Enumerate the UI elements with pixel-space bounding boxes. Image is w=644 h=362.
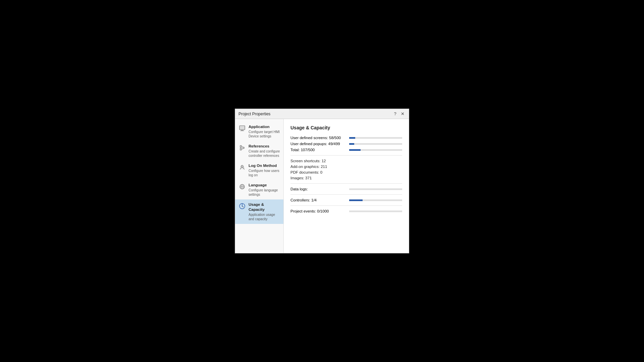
popups-progress-track bbox=[349, 143, 402, 145]
sidebar-item-title-application: Application bbox=[249, 124, 280, 129]
svg-rect-8 bbox=[243, 147, 244, 148]
sidebar-item-desc-references: Create and configure controller referenc… bbox=[249, 149, 280, 158]
total-row: Total: 107/500 bbox=[290, 148, 402, 152]
sidebar-item-title-logon: Log On Method bbox=[249, 163, 280, 168]
divider-1 bbox=[290, 155, 402, 156]
content-area: Usage & Capacity User defined screens: 5… bbox=[284, 119, 409, 253]
svg-rect-2 bbox=[240, 131, 244, 131]
sidebar-item-title-references: References bbox=[249, 144, 280, 149]
controllers-progress-track bbox=[349, 199, 402, 201]
sidebar-text-usage: Usage & Capacity Application usage and c… bbox=[249, 202, 280, 221]
svg-rect-0 bbox=[239, 126, 245, 130]
references-icon bbox=[238, 144, 246, 152]
sidebar-item-application[interactable]: Application Configure target HMI Device … bbox=[235, 122, 283, 141]
sidebar-item-desc-language: Configure language settings bbox=[249, 188, 280, 197]
language-icon bbox=[238, 183, 246, 190]
titlebar-buttons: ? ✕ bbox=[392, 111, 406, 117]
popups-label: User defined popups: 49/499 bbox=[290, 142, 349, 146]
svg-point-9 bbox=[241, 165, 243, 167]
sidebar: Application Configure target HMI Device … bbox=[235, 119, 284, 253]
project-events-progress-track bbox=[349, 210, 402, 212]
datalogs-progress-track bbox=[349, 188, 402, 190]
help-button[interactable]: ? bbox=[392, 111, 398, 117]
stat-pdf-documents: PDF documents: 0 bbox=[290, 170, 402, 174]
svg-rect-3 bbox=[240, 145, 241, 147]
application-icon bbox=[238, 125, 246, 132]
sidebar-item-title-usage: Usage & Capacity bbox=[249, 202, 280, 212]
total-progress-fill bbox=[349, 149, 361, 151]
total-progress-track bbox=[349, 149, 402, 151]
svg-rect-4 bbox=[240, 148, 241, 150]
sidebar-item-logon[interactable]: Log On Method Configure how users log on bbox=[235, 161, 283, 180]
screens-row: User defined screens: 58/500 bbox=[290, 136, 402, 140]
screens-progress-fill bbox=[349, 137, 355, 139]
divider-4 bbox=[290, 205, 402, 206]
sidebar-item-desc-usage: Application usage and capacity bbox=[249, 213, 280, 221]
svg-point-15 bbox=[242, 206, 243, 206]
stat-images: Images: 371 bbox=[290, 176, 402, 180]
screens-progress-track bbox=[349, 137, 402, 139]
sidebar-item-desc-logon: Configure how users log on bbox=[249, 169, 280, 177]
sidebar-text-references: References Create and configure controll… bbox=[249, 144, 280, 158]
divider-2 bbox=[290, 183, 402, 184]
sidebar-text-application: Application Configure target HMI Device … bbox=[249, 124, 280, 138]
sidebar-item-title-language: Language bbox=[249, 183, 280, 188]
sidebar-item-desc-application: Configure target HMI Device settings bbox=[249, 130, 280, 138]
project-events-row: Project events: 0/1000 bbox=[290, 209, 402, 213]
close-button[interactable]: ✕ bbox=[399, 111, 406, 117]
content-title: Usage & Capacity bbox=[290, 125, 402, 130]
logon-icon bbox=[238, 164, 246, 171]
sidebar-item-language[interactable]: Language Configure language settings bbox=[235, 180, 283, 199]
controllers-row: Controllers: 1/4 bbox=[290, 198, 402, 202]
popups-row: User defined popups: 49/499 bbox=[290, 142, 402, 146]
datalogs-row: Data logs: bbox=[290, 187, 402, 191]
sidebar-item-references[interactable]: References Create and configure controll… bbox=[235, 141, 283, 161]
stat-addon-graphics: Add-on graphics: 211 bbox=[290, 165, 402, 169]
controllers-progress-fill bbox=[349, 199, 363, 201]
sidebar-text-logon: Log On Method Configure how users log on bbox=[249, 163, 280, 177]
divider-3 bbox=[290, 194, 402, 195]
sidebar-text-language: Language Configure language settings bbox=[249, 183, 280, 197]
datalogs-label: Data logs: bbox=[290, 187, 349, 191]
project-events-label: Project events: 0/1000 bbox=[290, 209, 349, 213]
svg-rect-1 bbox=[241, 130, 244, 131]
stat-screen-shortcuts: Screen shortcuts: 12 bbox=[290, 159, 402, 163]
total-label: Total: 107/500 bbox=[290, 148, 349, 152]
controllers-label: Controllers: 1/4 bbox=[290, 198, 349, 202]
dialog-title: Project Properties bbox=[238, 112, 270, 116]
screens-label: User defined screens: 58/500 bbox=[290, 136, 349, 140]
dialog-titlebar: Project Properties ? ✕ bbox=[235, 109, 409, 119]
dialog-body: Application Configure target HMI Device … bbox=[235, 119, 409, 253]
popups-progress-fill bbox=[349, 143, 354, 145]
usage-icon bbox=[238, 202, 246, 210]
project-properties-dialog: Project Properties ? ✕ Application bbox=[235, 109, 409, 253]
sidebar-item-usage[interactable]: Usage & Capacity Application usage and c… bbox=[235, 199, 283, 224]
